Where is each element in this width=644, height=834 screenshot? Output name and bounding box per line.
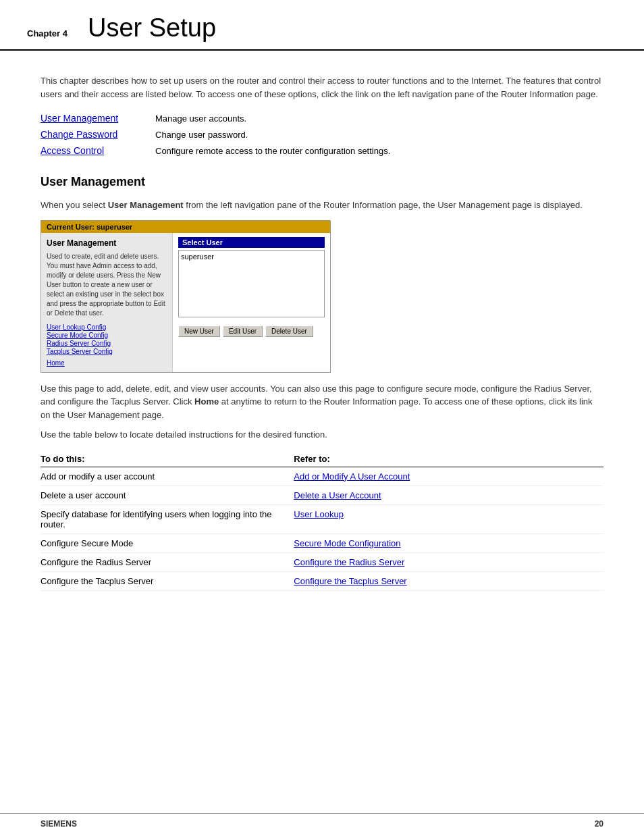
table-cell-task: Configure the Radius Server — [41, 552, 294, 571]
user-management-section: User Management When you select User Man… — [41, 175, 603, 591]
chapter-header: Chapter 4 User Setup — [0, 0, 644, 51]
screenshot-link-radius[interactable]: Radius Server Config — [47, 340, 167, 347]
table-cell-task: Configure Secure Mode — [41, 533, 294, 552]
change-password-link[interactable]: Change Password — [41, 129, 117, 140]
table-col1-header: To do this: — [41, 451, 294, 467]
ref-link-5[interactable]: Configure the Tacplus Server — [294, 576, 406, 586]
select-user-box[interactable]: superuser — [178, 250, 325, 317]
link-row-change-password: Change Password Change user password. — [41, 129, 603, 140]
table-row: Specify database for identifying users w… — [41, 504, 603, 533]
user-management-para1: When you select User Management from the… — [41, 199, 603, 212]
select-user-label: Select User — [178, 237, 325, 248]
screenshot-buttons: New User Edit User Delete User — [178, 323, 325, 341]
table-cell-ref[interactable]: Configure the Radius Server — [294, 552, 603, 571]
screenshot-link-tacplus[interactable]: Tacplus Server Config — [47, 348, 167, 355]
user-management-link[interactable]: User Management — [41, 113, 118, 124]
access-control-link[interactable]: Access Control — [41, 145, 104, 156]
table-cell-task: Delete a user account — [41, 486, 294, 504]
table-cell-ref[interactable]: Add or Modify A User Account — [294, 467, 603, 486]
user-management-heading: User Management — [41, 175, 603, 189]
link-row-access-control: Access Control Configure remote access t… — [41, 145, 603, 156]
table-cell-ref[interactable]: Delete a User Account — [294, 486, 603, 504]
screenshot-left-panel: User Management Used to create, edit and… — [41, 233, 173, 372]
link-cell-user-management: User Management — [41, 113, 155, 124]
ref-link-3[interactable]: Secure Mode Configuration — [294, 538, 400, 548]
screenshot-link-user-lookup[interactable]: User Lookup Config — [47, 323, 167, 331]
screenshot-right-panel: Select User superuser New User Edit User… — [173, 233, 330, 372]
user-management-para3: Use the table below to locate detailed i… — [41, 428, 603, 442]
ref-link-1[interactable]: Delete a User Account — [294, 490, 381, 500]
delete-user-button[interactable]: Delete User — [265, 325, 313, 337]
quick-links-table: User Management Manage user accounts. Ch… — [41, 113, 603, 156]
new-user-button[interactable]: New User — [178, 325, 220, 337]
chapter-title: User Setup — [88, 14, 216, 43]
select-user-item-superuser[interactable]: superuser — [181, 253, 322, 261]
screenshot-home-link[interactable]: Home — [47, 359, 167, 367]
ref-link-4[interactable]: Configure the Radius Server — [294, 557, 404, 567]
page-wrapper: Chapter 4 User Setup This chapter descri… — [0, 0, 644, 834]
desc-access-control: Configure remote access to the router co… — [155, 145, 390, 156]
table-cell-task: Specify database for identifying users w… — [41, 504, 294, 533]
table-row: Configure Secure ModeSecure Mode Configu… — [41, 533, 603, 552]
screenshot-left-title: User Management — [47, 238, 167, 248]
link-cell-access-control: Access Control — [41, 145, 155, 156]
user-management-para2: Use this page to add, delete, edit, and … — [41, 382, 603, 422]
table-cell-ref[interactable]: Secure Mode Configuration — [294, 533, 603, 552]
screenshot-left-text: Used to create, edit and delete users. Y… — [47, 252, 167, 318]
screenshot-link-secure-mode[interactable]: Secure Mode Config — [47, 332, 167, 339]
table-row: Configure the Radius ServerConfigure the… — [41, 552, 603, 571]
desc-change-password: Change user password. — [155, 129, 248, 140]
table-row: Delete a user accountDelete a User Accou… — [41, 486, 603, 504]
screenshot-titlebar: Current User: superuser — [41, 221, 330, 233]
desc-user-management: Manage user accounts. — [155, 113, 246, 124]
table-cell-task: Configure the Tacplus Server — [41, 571, 294, 590]
intro-paragraph: This chapter describes how to set up use… — [41, 74, 603, 101]
link-cell-change-password: Change Password — [41, 129, 155, 140]
ref-link-2[interactable]: User Lookup — [294, 509, 344, 519]
table-cell-ref[interactable]: Configure the Tacplus Server — [294, 571, 603, 590]
table-row: Configure the Tacplus ServerConfigure th… — [41, 571, 603, 590]
screenshot-inner: User Management Used to create, edit and… — [41, 233, 330, 372]
screenshot-box: Current User: superuser User Management … — [41, 220, 331, 373]
page-footer: SIEMENS 20 — [0, 813, 644, 834]
ref-link-0[interactable]: Add or Modify A User Account — [294, 471, 410, 481]
main-content: This chapter describes how to set up use… — [0, 51, 644, 813]
table-cell-task: Add or modify a user account — [41, 467, 294, 486]
chapter-label: Chapter 4 — [27, 28, 68, 38]
link-row-user-management: User Management Manage user accounts. — [41, 113, 603, 124]
footer-brand: SIEMENS — [41, 819, 77, 829]
screenshot-left-links: User Lookup Config Secure Mode Config Ra… — [47, 323, 167, 355]
edit-user-button[interactable]: Edit User — [223, 325, 263, 337]
table-row: Add or modify a user accountAdd or Modif… — [41, 467, 603, 486]
table-col2-header: Refer to: — [294, 451, 603, 467]
table-cell-ref[interactable]: User Lookup — [294, 504, 603, 533]
footer-page-number: 20 — [595, 819, 603, 829]
reference-table: To do this: Refer to: Add or modify a us… — [41, 451, 603, 591]
